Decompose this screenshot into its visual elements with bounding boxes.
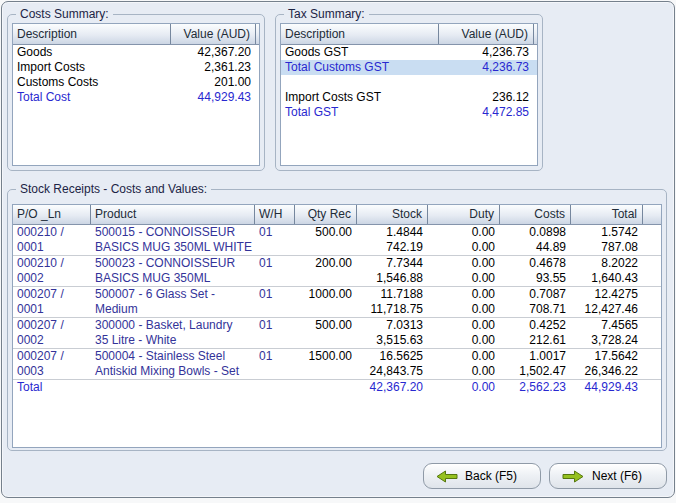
summary-value-cell	[439, 75, 534, 90]
summary-description-cell: Customs Costs	[13, 75, 171, 90]
summary-description-cell: Total GST	[281, 105, 439, 120]
product-cell: BASICS MUG 350ML WHITE	[91, 240, 255, 255]
stock-cell: 1.4844	[357, 225, 428, 240]
stock-cell: 11,718.75	[357, 302, 428, 317]
qty-rec-cell	[295, 302, 357, 317]
wh-cell	[255, 302, 295, 317]
product-cell: 500007 - 6 Glass Set -	[91, 287, 255, 302]
stock-receipt-row[interactable]: 000207 /500007 - 6 Glass Set -011000.001…	[13, 286, 661, 317]
stock-cell: 3,515.63	[357, 333, 428, 348]
stock-receipts-header: P/O _Ln Product W/H Qty Rec Stock Duty C…	[13, 205, 661, 225]
summary-value-cell: 4,472.85	[439, 105, 534, 120]
stock-row-line[interactable]: 0002BASICS MUG 350ML1,546.880.0093.551,6…	[13, 271, 661, 286]
stock-row-line[interactable]: 0003Antiskid Mixing Bowls - Set24,843.75…	[13, 364, 661, 379]
qty-rec-cell	[295, 240, 357, 255]
back-button[interactable]: Back (F5)	[423, 463, 541, 489]
duty-cell: 0.00	[428, 225, 500, 240]
duty-cell: 0.00	[428, 380, 500, 394]
costs-cell: 1,502.47	[500, 364, 571, 379]
product-cell	[91, 380, 255, 394]
stock-receipts-rows: 000210 /500015 - CONNOISSEUR01500.001.48…	[13, 225, 661, 394]
duty-cell: 0.00	[428, 333, 500, 348]
duty-cell: 0.00	[428, 349, 500, 364]
stock-row-line[interactable]: 000207 /500004 - Stainless Steel011500.0…	[13, 349, 661, 364]
stock-row-line[interactable]: 000210 /500015 - CONNOISSEUR01500.001.48…	[13, 225, 661, 240]
po-ln-cell: 0002	[13, 271, 91, 286]
total-cell: 17.5642	[571, 349, 643, 364]
total-cell: 26,346.22	[571, 364, 643, 379]
wh-cell	[255, 271, 295, 286]
costs-cell: 0.4252	[500, 318, 571, 333]
product-cell: Medium	[91, 302, 255, 317]
stock-receipts-title: Stock Receipts - Costs and Values:	[16, 182, 211, 197]
duty-cell: 0.00	[428, 271, 500, 286]
summary-row[interactable]: Goods GST4,236.73	[281, 45, 537, 60]
summary-row[interactable]: Customs Costs201.00	[13, 75, 259, 90]
costs-cell: 0.7087	[500, 287, 571, 302]
product-cell: 35 Litre - White	[91, 333, 255, 348]
total-cell: 44,929.43	[571, 380, 643, 394]
summary-row[interactable]: Import Costs2,361.23	[13, 60, 259, 75]
product-cell: 300000 - Basket, Laundry	[91, 318, 255, 333]
summary-description-cell: Import Costs	[13, 60, 171, 75]
stock-cell: 24,843.75	[357, 364, 428, 379]
summary-value-cell: 201.00	[171, 75, 256, 90]
summary-row[interactable]: Total GST4,472.85	[281, 105, 537, 120]
stock-row-line[interactable]: 000210 /500023 - CONNOISSEUR01200.007.73…	[13, 256, 661, 271]
po-ln-cell: 000210 /	[13, 225, 91, 240]
column-header-wh: W/H	[255, 205, 295, 224]
stock-receipt-row[interactable]: 000207 /500004 - Stainless Steel011500.0…	[13, 348, 661, 379]
wh-cell	[255, 333, 295, 348]
summary-value-cell: 2,361.23	[171, 60, 256, 75]
duty-cell: 0.00	[428, 256, 500, 271]
stock-row-line[interactable]: 000207 /500007 - 6 Glass Set -011000.001…	[13, 287, 661, 302]
column-header-filler	[256, 24, 260, 44]
stock-receipt-row[interactable]: 000207 /300000 - Basket, Laundry01500.00…	[13, 317, 661, 348]
column-header-value-aud: Value (AUD)	[439, 24, 534, 44]
arrow-left-icon	[436, 470, 458, 483]
total-cell: 7.4565	[571, 318, 643, 333]
summary-row[interactable]: Goods42,367.20	[13, 45, 259, 60]
stock-row-line[interactable]: 000235 Litre - White3,515.630.00212.613,…	[13, 333, 661, 348]
wh-cell	[255, 240, 295, 255]
qty-rec-cell: 1000.00	[295, 287, 357, 302]
summary-row[interactable]: Total Customs GST4,236.73	[281, 60, 537, 75]
po-ln-cell: 0002	[13, 333, 91, 348]
tax-summary-table: Description Value (AUD) Goods GST4,236.7…	[280, 23, 538, 166]
costs-summary-header: Description Value (AUD)	[13, 24, 259, 45]
summary-row[interactable]: Import Costs GST236.12	[281, 90, 537, 105]
summary-value-cell: 236.12	[439, 90, 534, 105]
column-header-filler	[534, 24, 538, 44]
po-ln-cell: 0003	[13, 364, 91, 379]
total-cell: 3,728.24	[571, 333, 643, 348]
stock-cell: 11.7188	[357, 287, 428, 302]
summary-description-cell	[281, 75, 439, 90]
stock-row-line[interactable]: 0001BASICS MUG 350ML WHITE742.190.0044.8…	[13, 240, 661, 255]
wh-cell: 01	[255, 287, 295, 302]
summary-description-cell: Total Cost	[13, 90, 171, 105]
qty-rec-cell	[295, 380, 357, 394]
po-ln-cell: 0001	[13, 240, 91, 255]
stock-cell: 1,546.88	[357, 271, 428, 286]
stock-cell: 42,367.20	[357, 380, 428, 394]
costs-cell: 1.0017	[500, 349, 571, 364]
total-cell: 1,640.43	[571, 271, 643, 286]
stock-row-line[interactable]: 000207 /300000 - Basket, Laundry01500.00…	[13, 318, 661, 333]
po-ln-cell: 000207 /	[13, 287, 91, 302]
next-button[interactable]: Next (F6)	[549, 463, 667, 489]
stock-receipt-row[interactable]: 000210 /500015 - CONNOISSEUR01500.001.48…	[13, 225, 661, 255]
stock-receipt-row[interactable]: 000210 /500023 - CONNOISSEUR01200.007.73…	[13, 255, 661, 286]
stock-row-line[interactable]: 0001Medium11,718.750.00708.7112,427.46	[13, 302, 661, 317]
summary-value-cell: 44,929.43	[171, 90, 256, 105]
stock-total-row[interactable]: Total42,367.200.002,562.2344,929.43	[13, 379, 661, 394]
arrow-right-icon	[562, 470, 584, 483]
qty-rec-cell: 1500.00	[295, 349, 357, 364]
summary-row[interactable]: Total Cost44,929.43	[13, 90, 259, 105]
column-header-product: Product	[91, 205, 255, 224]
wh-cell: 01	[255, 256, 295, 271]
product-cell: Antiskid Mixing Bowls - Set	[91, 364, 255, 379]
summary-description-cell: Goods GST	[281, 45, 439, 60]
column-header-description: Description	[281, 24, 439, 44]
total-cell: 12,427.46	[571, 302, 643, 317]
po-ln-cell: Total	[13, 380, 91, 394]
